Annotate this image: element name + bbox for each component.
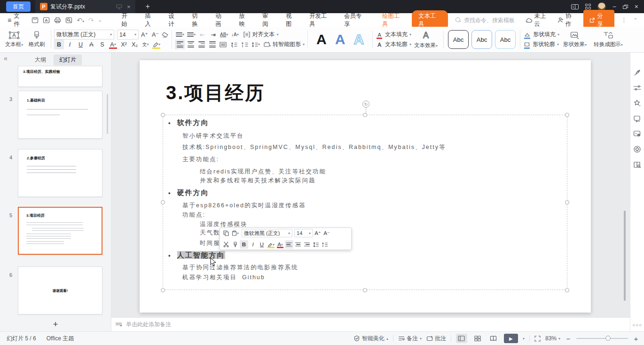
wordart-style-2[interactable]: A	[335, 31, 346, 47]
resize-handle-ne[interactable]	[565, 113, 569, 117]
body-line[interactable]: 机器学习相关项目 Github	[182, 274, 265, 282]
slide-sorter-view-button[interactable]	[472, 334, 483, 343]
print-preview-icon[interactable]	[65, 17, 72, 24]
increase-font-button[interactable]: A⁺	[140, 30, 149, 39]
align-left-button[interactable]	[175, 39, 185, 49]
mini-format-painter-button[interactable]	[231, 240, 239, 249]
slide-thumbnail-4[interactable]: 2.参赛经历	[18, 149, 102, 197]
rotate-handle[interactable]: ↻	[362, 101, 369, 108]
mini-bold-button[interactable]: B	[240, 240, 248, 249]
mini-font-name-select[interactable]: 微软雅黑 (正文)▾	[242, 229, 292, 237]
body-line[interactable]: 结合redis实现用户点赞、关注等社交功能	[200, 168, 326, 176]
output-icon[interactable]	[43, 17, 50, 24]
body-line[interactable]: 主要功能点:	[182, 156, 219, 164]
phonetic-guide-button[interactable]: 文▾	[141, 39, 150, 49]
font-color-button[interactable]: A▾	[108, 39, 118, 49]
text-direction-button[interactable]: ↓A▾	[230, 30, 240, 39]
new-tab-button[interactable]: +	[146, 2, 150, 11]
bullet-line-selected[interactable]: 人工智能方向	[168, 251, 225, 260]
workspace-grid-icon[interactable]	[585, 4, 591, 9]
zoom-out-button[interactable]: −	[565, 335, 572, 343]
paragraph-spacing-button[interactable]	[240, 39, 250, 49]
more-tools-icon[interactable]: ○○○	[630, 322, 644, 328]
object-properties-icon[interactable]	[633, 85, 641, 91]
textbox-button[interactable]: 文本框▾	[3, 29, 25, 50]
clear-format-icon[interactable]	[161, 31, 169, 38]
mini-line-spacing-button[interactable]	[312, 240, 320, 249]
resize-handle-sw[interactable]	[161, 288, 165, 292]
resize-handle-e[interactable]	[565, 200, 569, 204]
resize-handle-s[interactable]	[363, 288, 367, 292]
to-diagram-button[interactable]: 转换成图示▾	[590, 31, 626, 48]
save-icon[interactable]	[31, 17, 39, 24]
underline-button[interactable]: U	[76, 39, 86, 49]
collapse-panel-icon[interactable]: «	[4, 55, 8, 62]
mini-decrease-font-button[interactable]: A⁻	[322, 229, 331, 237]
command-search[interactable]	[456, 17, 525, 24]
play-slideshow-button[interactable]: ▶	[504, 334, 518, 343]
align-center-button[interactable]	[186, 39, 196, 49]
slide-page[interactable]: 3.项目经历 ↻ 软件方向 智小研学术交流平台 技术栈:Springboot、S…	[140, 60, 591, 313]
mini-align-center-button[interactable]	[294, 240, 302, 249]
slide-title[interactable]: 3.项目经历	[166, 80, 265, 106]
body-line[interactable]: 并发和多线程等相关技术解决实际问题	[200, 177, 316, 185]
collapse-ribbon-icon[interactable]: ⌃	[634, 17, 637, 23]
resize-handle-se[interactable]	[565, 288, 569, 292]
highlight-button[interactable]: ▾	[151, 39, 161, 49]
body-line[interactable]: 基于esp8266+oled的实时温湿度传感器	[182, 202, 306, 210]
cloud-status[interactable]: 未上云	[525, 12, 551, 28]
mini-underline-button[interactable]: U	[258, 240, 266, 249]
reading-view-button[interactable]	[488, 334, 499, 343]
font-size-select[interactable]: 14▾	[117, 30, 139, 39]
reference-book-icon[interactable]	[633, 161, 642, 168]
to-smartart-button[interactable]: 转智能图形▾	[264, 39, 305, 49]
notes-toggle-button[interactable]: 备注▾	[398, 335, 422, 343]
close-tab-icon[interactable]: ×	[127, 3, 131, 10]
text-outline-button[interactable]: A文本轮廓▾	[376, 39, 411, 49]
zoom-level[interactable]: 83%▾	[545, 335, 560, 342]
wordart-style-3[interactable]: A	[353, 31, 364, 47]
fit-zoom-button[interactable]	[534, 336, 541, 342]
bullet-line[interactable]: 软件方向	[168, 118, 209, 127]
restore-button[interactable]	[623, 5, 628, 9]
slide-thumbnail-5-selected[interactable]: 3.项目经历	[18, 207, 102, 255]
shape-outline-button[interactable]: 形状轮廓▾	[523, 39, 559, 49]
bold-button[interactable]: B	[54, 39, 64, 49]
copy-button[interactable]	[222, 229, 230, 237]
split-view-icon[interactable]: 1	[571, 4, 579, 9]
body-line[interactable]: 基于协同过滤推荐算法的电影推荐系统	[182, 264, 298, 272]
shape-fill-button[interactable]: 形状填充▾	[523, 30, 559, 39]
shape-effect-button[interactable]: 形状效果▾	[559, 31, 590, 48]
redo-icon[interactable]: ↷	[88, 16, 94, 24]
text-effect-button[interactable]: A 文本效果▾	[411, 31, 440, 49]
increase-indent-button[interactable]: ⇥	[208, 30, 218, 39]
resize-handle-w[interactable]	[161, 200, 165, 204]
align-right-button[interactable]	[196, 39, 206, 49]
format-painter-button[interactable]: 格式刷	[25, 29, 48, 50]
subscript-button[interactable]: X₂	[130, 39, 140, 49]
slide-thumbnail-6[interactable]: 谢谢观看!	[18, 267, 102, 314]
align-text-button[interactable]: 对齐文本▾	[243, 30, 278, 39]
slide-thumbnail-3[interactable]: 1.基础科目	[18, 91, 102, 139]
mini-font-size-select[interactable]: 14▾	[294, 229, 313, 237]
comments-button[interactable]: 批注	[426, 335, 446, 343]
animation-pane-icon[interactable]	[633, 115, 641, 122]
notes-bar[interactable]: 单击此处添加备注	[111, 317, 630, 331]
home-tab[interactable]: 首页	[6, 1, 31, 12]
mini-font-color-button[interactable]: A▾	[276, 240, 284, 249]
resize-handle-n[interactable]	[363, 113, 367, 117]
search-input[interactable]	[464, 17, 525, 24]
tab-outline[interactable]: 大纲	[29, 55, 52, 65]
line-spacing-up-button[interactable]	[229, 39, 239, 49]
mini-increase-font-button[interactable]: A⁺	[314, 229, 322, 237]
bullet-line[interactable]: 硬件方向	[168, 188, 209, 197]
body-line[interactable]: 智小研学术交流平台	[182, 132, 244, 140]
play-options-icon[interactable]: ▾	[523, 337, 525, 341]
mini-italic-button[interactable]: I	[249, 240, 257, 249]
text-fill-button[interactable]: A文本填充▾	[376, 30, 411, 39]
justify-button[interactable]	[207, 39, 217, 49]
decrease-indent-button[interactable]: ⇤	[197, 30, 207, 39]
resize-handle-nw[interactable]	[161, 113, 165, 117]
more-menu-icon[interactable]: ⋮	[621, 16, 627, 24]
body-line[interactable]: 技术栈:Springboot、SpringMVC、Mysql、Redis、Rab…	[182, 143, 446, 151]
